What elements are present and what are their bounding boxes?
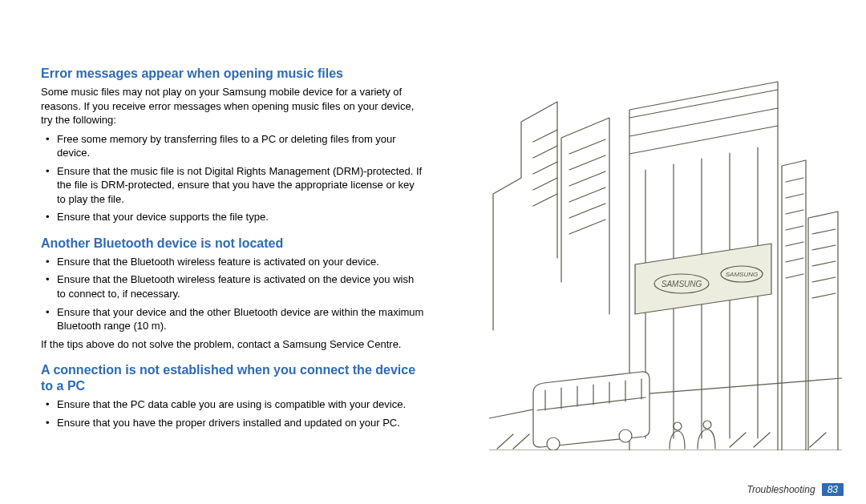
svg-point-7 bbox=[703, 421, 711, 429]
svg-text:SAMSUNG: SAMSUNG bbox=[662, 280, 702, 288]
list-item: Free some memory by transferring files t… bbox=[55, 132, 425, 160]
left-column: Error messages appear when opening music… bbox=[0, 0, 433, 504]
list-item: Ensure that the PC data cable you are us… bbox=[55, 397, 425, 412]
page-footer: Troubleshooting 83 bbox=[747, 483, 844, 496]
city-illustration: SAMSUNG SAMSUNG bbox=[489, 74, 842, 450]
list-item: Ensure that your device and the other Bl… bbox=[55, 305, 425, 333]
intro-error-messages: Some music files may not play on your Sa… bbox=[41, 85, 425, 127]
list-item: Ensure that you have the proper drivers … bbox=[55, 416, 425, 430]
heading-error-messages: Error messages appear when opening music… bbox=[41, 66, 425, 82]
svg-point-5 bbox=[619, 429, 632, 442]
heading-bluetooth: Another Bluetooth device is not located bbox=[41, 236, 425, 252]
list-item: Ensure that the Bluetooth wireless featu… bbox=[55, 272, 425, 300]
outro-bluetooth: If the tips above do not solve the probl… bbox=[41, 337, 425, 352]
list-item: Ensure that the Bluetooth wireless featu… bbox=[55, 255, 425, 269]
bullets-error-messages: Free some memory by transferring files t… bbox=[41, 132, 425, 224]
svg-text:SAMSUNG: SAMSUNG bbox=[726, 271, 758, 278]
right-column: SAMSUNG SAMSUNG bbox=[433, 0, 866, 504]
list-item: Ensure that the music file is not Digita… bbox=[55, 164, 425, 207]
svg-point-6 bbox=[674, 422, 682, 430]
heading-pc-connection: A connection is not established when you… bbox=[41, 362, 425, 394]
svg-point-4 bbox=[547, 437, 560, 450]
bullets-pc-connection: Ensure that the PC data cable you are us… bbox=[41, 397, 425, 429]
list-item: Ensure that your device supports the fil… bbox=[55, 210, 425, 224]
footer-page-number: 83 bbox=[822, 483, 844, 496]
footer-section-name: Troubleshooting bbox=[747, 484, 815, 495]
bullets-bluetooth: Ensure that the Bluetooth wireless featu… bbox=[41, 255, 425, 333]
